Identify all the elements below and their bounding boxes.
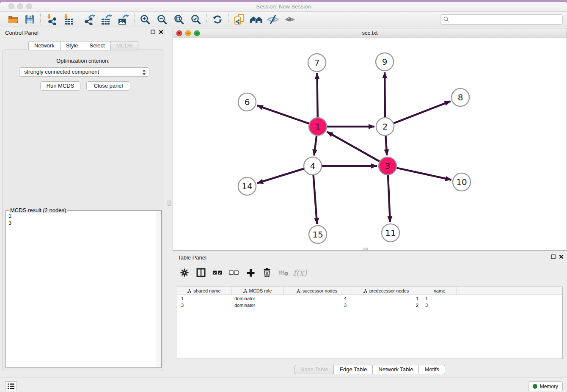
- export-network-button[interactable]: [81, 13, 98, 26]
- graph-edge-4-15[interactable]: [314, 175, 317, 224]
- table-cell[interactable]: 1: [350, 296, 422, 301]
- deselect-all-columns-button[interactable]: [229, 267, 239, 278]
- memory-button[interactable]: Memory: [528, 381, 563, 391]
- network-graph-canvas[interactable]: 7968124314101511: [173, 38, 567, 251]
- column-header-name[interactable]: name: [422, 287, 457, 295]
- float-table-panel-icon[interactable]: [551, 254, 556, 259]
- save-session-button[interactable]: [21, 13, 38, 26]
- zoom-selected-icon: [190, 14, 201, 25]
- graph-edge-3-1[interactable]: [327, 132, 380, 161]
- splitter-handle[interactable]: [168, 200, 171, 206]
- graph-edge-1-7[interactable]: [317, 73, 317, 117]
- table-row[interactable]: 3dominator323: [177, 302, 562, 309]
- close-panel-icon[interactable]: [159, 30, 163, 34]
- column-header-successor-nodes[interactable]: successor nodes: [284, 287, 350, 295]
- toolbar-separator: [134, 14, 135, 25]
- result-scrollbar[interactable]: [157, 211, 161, 367]
- close-table-panel-icon[interactable]: [559, 254, 564, 259]
- delete-column-button[interactable]: [262, 267, 272, 278]
- graph-edge-1-4[interactable]: [314, 136, 317, 155]
- network-file-button[interactable]: [231, 13, 248, 26]
- run-mcds-button[interactable]: Run MCDS: [40, 81, 80, 91]
- session-title: Session: New Session: [0, 3, 567, 10]
- tab-style[interactable]: Style: [61, 41, 84, 50]
- graph-edge-3-11[interactable]: [388, 175, 390, 222]
- trash-icon: [263, 268, 271, 278]
- control-panel-title: Control Panel: [5, 30, 39, 36]
- task-history-button[interactable]: [5, 381, 17, 391]
- tab-motifs[interactable]: Motifs: [419, 365, 445, 374]
- control-panel: Control Panel Network Style Select MCDS …: [0, 27, 167, 378]
- graph-edge-2-3[interactable]: [385, 136, 387, 155]
- table-row[interactable]: 1dominator411: [177, 295, 562, 302]
- table-cell[interactable]: 2: [350, 303, 422, 308]
- import-table-button[interactable]: [60, 13, 77, 26]
- open-folder-button[interactable]: [4, 13, 21, 26]
- tab-node-table[interactable]: Node Table: [295, 365, 334, 374]
- export-image-icon: [118, 14, 129, 25]
- graph-edge-4-14[interactable]: [257, 169, 304, 183]
- graph-node-label: 8: [458, 92, 463, 102]
- zoom-selected-button[interactable]: [187, 13, 204, 26]
- refresh-layout-button[interactable]: [209, 13, 226, 26]
- table-panel: Table Panel: [173, 252, 567, 378]
- mcds-result-list[interactable]: 1 3: [6, 211, 161, 228]
- export-image-button[interactable]: [115, 13, 132, 26]
- mcds-result-box: MCDS result (2 nodes) 1 3: [6, 210, 162, 368]
- float-panel-icon[interactable]: [151, 30, 155, 34]
- show-graphics-details-button[interactable]: [281, 13, 298, 26]
- first-neighbors-button[interactable]: [248, 13, 264, 26]
- mcds-result-title: MCDS result (2 nodes): [9, 207, 67, 213]
- column-header-mcds-role[interactable]: MCDS role: [231, 287, 284, 295]
- import-network-button[interactable]: [43, 13, 60, 26]
- zoom-in-button[interactable]: [137, 13, 154, 26]
- graph-edge-1-6[interactable]: [257, 105, 309, 124]
- tab-network-table[interactable]: Network Table: [373, 365, 419, 374]
- import-table-icon: [63, 14, 74, 25]
- tab-network[interactable]: Network: [28, 41, 61, 50]
- tab-mcds[interactable]: MCDS: [111, 41, 138, 50]
- zoom-out-button[interactable]: [154, 13, 171, 26]
- select-all-columns-button[interactable]: [212, 267, 223, 278]
- table-cell[interactable]: dominator: [231, 303, 284, 308]
- optimization-criterion-label: Optimization criterion:: [3, 58, 163, 64]
- tab-select[interactable]: Select: [84, 41, 111, 50]
- graph-edge-3-10[interactable]: [396, 168, 451, 180]
- search-input[interactable]: [440, 14, 563, 25]
- optimization-criterion-select[interactable]: strongly connected component: [19, 67, 149, 77]
- main-titlebar: Session: New Session: [0, 2, 567, 12]
- table-cell[interactable]: 3: [177, 303, 231, 308]
- export-table-button[interactable]: [98, 13, 115, 26]
- add-column-button[interactable]: [245, 267, 256, 278]
- delete-table-button[interactable]: [278, 267, 289, 278]
- zoom-fit-icon: [173, 14, 184, 25]
- graph-node-label: 7: [314, 58, 320, 68]
- tab-edge-table[interactable]: Edge Table: [334, 365, 373, 374]
- table-cell[interactable]: 1: [422, 296, 457, 301]
- table-cell[interactable]: 3: [284, 303, 350, 308]
- graph-node-label: 6: [245, 97, 250, 107]
- network-file-icon: [233, 14, 245, 25]
- table-panel-title: Table Panel: [178, 254, 206, 261]
- column-view-button[interactable]: [196, 267, 206, 278]
- graph-edge-2-8[interactable]: [394, 101, 451, 123]
- hierarchy-icon: [363, 289, 367, 293]
- function-builder-button[interactable]: f(x): [295, 267, 305, 278]
- toolbar-separator: [79, 14, 79, 25]
- table-cell[interactable]: dominator: [231, 296, 284, 301]
- control-panel-tabs: Network Style Select MCDS: [0, 41, 167, 50]
- memory-status-icon: [533, 384, 537, 389]
- hide-graphics-details-button[interactable]: [264, 13, 281, 26]
- table-cell[interactable]: 3: [422, 303, 457, 308]
- table-settings-button[interactable]: [179, 267, 190, 278]
- table-cell[interactable]: 1: [177, 296, 231, 301]
- column-header-predecessor-nodes[interactable]: predecessor nodes: [350, 287, 422, 295]
- zoom-fit-button[interactable]: [171, 13, 187, 26]
- save-icon: [24, 14, 35, 25]
- network-resize-handle[interactable]: [363, 248, 368, 250]
- graph-node-label: 15: [312, 229, 323, 240]
- table-cell[interactable]: 4: [284, 296, 350, 301]
- column-header-shared-name[interactable]: shared name: [177, 287, 231, 295]
- close-panel-button[interactable]: Close panel: [86, 81, 130, 91]
- graph-edge-2-9[interactable]: [385, 72, 385, 117]
